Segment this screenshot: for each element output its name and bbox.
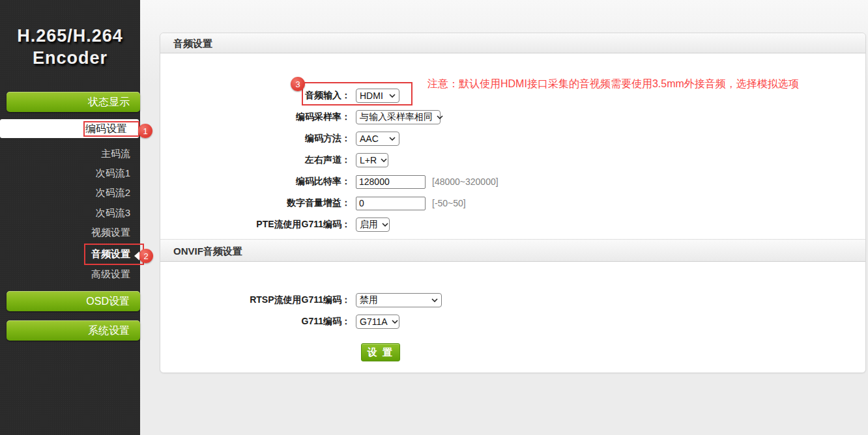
sidebar-item-substream2[interactable]: 次码流2	[7, 187, 130, 201]
audio-settings-panel: 音频设置 注意：默认使用HDMI接口采集的音视频需要使用3.5mm外接音频，选择…	[160, 33, 866, 373]
codec-label: 编码方法：	[160, 133, 356, 145]
g711-codec-value: G711A	[360, 316, 388, 327]
gain-label: 数字音量增益：	[160, 197, 356, 209]
chevron-down-icon	[437, 115, 443, 119]
rtsp-g711-label: RTSP流使用G711编码：	[160, 294, 356, 306]
app-title: H.265/H.264 Encoder	[0, 25, 140, 69]
bitrate-label: 编码比特率：	[160, 176, 356, 188]
channels-value: L+R	[360, 155, 377, 165]
chevron-down-icon	[389, 94, 396, 98]
pte-g711-value: 启用	[360, 219, 378, 231]
chevron-down-icon	[389, 137, 396, 141]
sample-rate-label: 编码采样率：	[160, 111, 356, 123]
current-page-arrow-icon	[134, 251, 139, 260]
form-row-gain: 数字音量增益： [-50~50]	[160, 196, 865, 210]
audio-input-select[interactable]: HDMI	[356, 89, 399, 103]
onvif-settings-form: RTSP流使用G711编码： 禁用 G711编码： G711A 设 置	[160, 262, 865, 361]
sidebar: H.265/H.264 Encoder 状态显示 编码设置 主码流 次码流1 次…	[0, 0, 140, 435]
chevron-down-icon	[382, 223, 388, 227]
rtsp-g711-select[interactable]: 禁用	[356, 293, 442, 307]
sample-rate-select[interactable]: 与输入采样率相同	[356, 110, 441, 124]
chevron-down-icon	[431, 298, 438, 302]
sidebar-item-advanced-settings[interactable]: 高级设置	[7, 268, 130, 283]
step-badge-2: 2	[139, 249, 153, 263]
form-row-pte-g711: PTE流使用G711编码： 启用	[160, 218, 865, 232]
g711-codec-select[interactable]: G711A	[356, 315, 399, 329]
audio-input-value: HDMI	[360, 91, 383, 101]
app-title-line2: Encoder	[0, 47, 140, 69]
gain-input[interactable]	[356, 197, 426, 210]
apply-button[interactable]: 设 置	[361, 343, 400, 361]
form-row-bitrate: 编码比特率： [48000~320000]	[160, 175, 865, 189]
form-row-g711-codec: G711编码： G711A	[160, 315, 865, 329]
g711-codec-label: G711编码：	[160, 316, 356, 328]
sample-rate-value: 与输入采样率相同	[360, 111, 433, 123]
pte-g711-select[interactable]: 启用	[356, 218, 390, 232]
sidebar-item-status[interactable]: 状态显示	[7, 92, 140, 112]
app-title-line1: H.265/H.264	[0, 25, 140, 47]
form-row-rtsp-g711: RTSP流使用G711编码： 禁用	[160, 293, 865, 307]
sidebar-item-substream3[interactable]: 次码流3	[7, 207, 130, 221]
sidebar-item-audio-settings[interactable]: 音频设置	[7, 248, 130, 262]
form-row-codec: 编码方法： AAC	[160, 132, 865, 146]
onvif-section-title: ONVIF音频设置	[160, 239, 865, 262]
step-badge-1: 1	[138, 124, 152, 138]
channels-label: 左右声道：	[160, 154, 356, 166]
step-badge-3: 3	[291, 77, 305, 91]
chevron-down-icon	[381, 158, 387, 162]
sidebar-item-encode-settings[interactable]: 编码设置	[0, 119, 139, 138]
panel-title: 音频设置	[160, 33, 865, 53]
audio-input-label: 音频输入：	[160, 90, 356, 102]
form-row-sample-rate: 编码采样率： 与输入采样率相同	[160, 110, 865, 124]
sidebar-item-main-stream[interactable]: 主码流	[7, 148, 130, 162]
form-row-channels: 左右声道： L+R	[160, 153, 865, 167]
hdmi-audio-note: 注意：默认使用HDMI接口采集的音视频需要使用3.5mm外接音频，选择模拟选项	[427, 77, 799, 91]
bitrate-input[interactable]	[356, 175, 426, 189]
pte-g711-label: PTE流使用G711编码：	[160, 219, 356, 231]
sidebar-item-osd-settings[interactable]: OSD设置	[7, 291, 140, 311]
sidebar-item-video-settings[interactable]: 视频设置	[7, 227, 130, 241]
codec-select[interactable]: AAC	[356, 132, 399, 146]
gain-range-hint: [-50~50]	[432, 198, 466, 208]
rtsp-g711-value: 禁用	[360, 294, 378, 306]
sidebar-item-substream1[interactable]: 次码流1	[7, 167, 130, 182]
main-content: 音频设置 注意：默认使用HDMI接口采集的音视频需要使用3.5mm外接音频，选择…	[140, 0, 868, 435]
chevron-down-icon	[392, 320, 398, 324]
channels-select[interactable]: L+R	[356, 153, 388, 167]
bitrate-range-hint: [48000~320000]	[432, 176, 499, 187]
codec-value: AAC	[360, 133, 379, 144]
sidebar-item-system-settings[interactable]: 系统设置	[7, 320, 140, 341]
